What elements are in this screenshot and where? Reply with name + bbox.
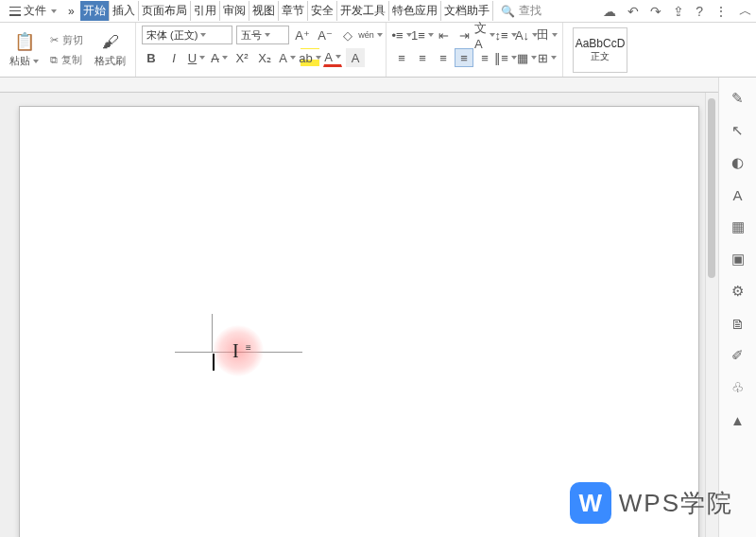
tab-developer[interactable]: 开发工具 — [337, 1, 389, 21]
highlight-button[interactable]: ab — [301, 48, 319, 67]
superscript-button[interactable]: X² — [232, 48, 251, 67]
tab-doc-assistant[interactable]: 文档助手 — [441, 1, 493, 21]
copy-label: 复制 — [61, 53, 82, 67]
number-list-button[interactable]: 1≡ — [413, 26, 432, 44]
align-center-button[interactable]: ≡ — [413, 48, 432, 67]
collapse-ribbon-icon[interactable]: ︿ — [739, 3, 752, 20]
bold-button[interactable]: B — [142, 48, 161, 67]
search-button[interactable]: 🔍 查找 — [501, 3, 541, 19]
font-name-dropdown[interactable]: 宋体 (正文) — [142, 26, 232, 44]
file-menu-label: 文件 — [24, 3, 46, 19]
char-shading-button[interactable]: A — [346, 48, 365, 67]
share-icon[interactable]: ⇪ — [673, 4, 684, 19]
text-a-icon[interactable]: A — [729, 185, 747, 204]
cursor-icon[interactable]: ↖ — [729, 121, 747, 140]
text-effects-button[interactable]: A — [278, 48, 297, 67]
redo-icon[interactable]: ↷ — [650, 4, 662, 19]
styles-group: AaBbCcD 正文 — [563, 23, 637, 77]
paragraph-group: •≡ 1≡ ⇤ ⇥ 文A ↕≡ A↓ 田 ≡ ≡ ≡ ≡ ≡ ‖≡ ▦ ⊞ — [387, 23, 563, 77]
vertical-scrollbar[interactable] — [705, 93, 718, 537]
format-painter-label: 格式刷 — [94, 54, 126, 68]
more-icon[interactable]: ⋮ — [714, 4, 728, 19]
paste-icon: 📋 — [14, 31, 35, 52]
loop-icon[interactable]: ◐ — [729, 153, 747, 172]
cut-button[interactable]: ✂剪切 — [48, 32, 85, 48]
align-right-button[interactable]: ≡ — [434, 48, 453, 67]
paste-button[interactable]: 📋 粘贴 — [6, 29, 43, 70]
image-icon[interactable]: ▲ — [729, 410, 747, 429]
ribbon-tabs: 开始 插入 页面布局 引用 审阅 视图 章节 安全 开发工具 特色应用 文档助手 — [80, 1, 493, 21]
chevron-down-icon — [51, 9, 57, 13]
grid-icon[interactable]: ▦ — [729, 217, 747, 236]
apps-icon[interactable]: ▣ — [729, 250, 747, 268]
ibeam-cursor-icon: I — [232, 340, 239, 362]
subscript-button[interactable]: X₂ — [255, 48, 274, 67]
align-justify-button[interactable]: ≡ — [455, 48, 473, 67]
tab-stops-button[interactable]: ⊞ — [538, 48, 557, 67]
italic-button[interactable]: I — [164, 48, 183, 67]
ribbon: 📋 粘贴 ✂剪切 ⧉复制 🖌 格式刷 宋体 (正文) 五号 A⁺ A⁻ ◇ wé… — [0, 23, 756, 78]
right-sidebar: ✎ ↖ ◐ A ▦ ▣ ⚙ 🗎 ✐ ♧ ▲ — [718, 78, 756, 537]
tab-view[interactable]: 视图 — [249, 1, 279, 21]
horizontal-ruler[interactable] — [0, 78, 718, 93]
tab-page-layout[interactable]: 页面布局 — [139, 1, 191, 21]
decrease-indent-button[interactable]: ⇤ — [434, 26, 453, 44]
tab-start[interactable]: 开始 — [80, 1, 110, 21]
distribute-button[interactable]: ≡ — [475, 48, 494, 67]
sliders-icon[interactable]: ⚙ — [729, 282, 747, 301]
search-icon: 🔍 — [501, 5, 515, 18]
decrease-font-button[interactable]: A⁻ — [316, 26, 335, 44]
copy-button[interactable]: ⧉复制 — [48, 52, 85, 68]
font-color-button[interactable]: A — [323, 48, 342, 67]
format-painter-button[interactable]: 🖌 格式刷 — [91, 30, 129, 70]
cut-icon: ✂ — [50, 34, 59, 46]
style-preview-text: AaBbCcD — [576, 37, 626, 50]
tab-review[interactable]: 审阅 — [220, 1, 249, 21]
paste-label: 粘贴 — [9, 54, 39, 68]
search-label: 查找 — [519, 3, 541, 19]
document-page[interactable] — [19, 106, 699, 537]
tab-insert[interactable]: 插入 — [110, 1, 139, 21]
scroll-thumb[interactable] — [708, 98, 715, 278]
sort-button[interactable]: A↓ — [517, 26, 536, 44]
help-icon[interactable]: ? — [696, 4, 703, 19]
menubar: 文件 » 开始 插入 页面布局 引用 审阅 视图 章节 安全 开发工具 特色应用… — [0, 0, 756, 23]
font-size-dropdown[interactable]: 五号 — [236, 26, 289, 44]
copy-icon: ⧉ — [50, 54, 58, 66]
tab-security[interactable]: 安全 — [308, 1, 337, 21]
increase-font-button[interactable]: A⁺ — [293, 26, 312, 44]
shading-button[interactable]: ▦ — [517, 48, 536, 67]
tree-icon[interactable]: ♧ — [729, 378, 747, 397]
cloud-icon[interactable]: ☁ — [603, 4, 616, 19]
bullet-list-button[interactable]: •≡ — [392, 26, 411, 44]
clipboard-group: 📋 粘贴 ✂剪切 ⧉复制 🖌 格式刷 — [0, 23, 136, 77]
pencil-icon[interactable]: ✎ — [729, 89, 747, 108]
line-space-2-button[interactable]: ‖≡ — [496, 48, 515, 67]
line-spacing-button[interactable]: ↕≡ — [496, 26, 515, 44]
top-right-controls: ☁ ↶ ↷ ⇪ ? ⋮ ︿ — [603, 3, 752, 20]
align-left-button[interactable]: ≡ — [392, 48, 411, 67]
borders-button[interactable]: 田 — [538, 26, 557, 44]
file-menu[interactable]: 文件 — [4, 1, 62, 21]
font-name-value: 宋体 (正文) — [146, 28, 198, 43]
tab-special[interactable]: 特色应用 — [389, 1, 441, 21]
hamburger-icon — [9, 7, 21, 16]
strike-button[interactable]: A̶ — [210, 48, 229, 67]
phonetic-button[interactable]: wén — [361, 26, 380, 44]
clear-format-button[interactable]: ◇ — [338, 26, 357, 44]
cut-label: 剪切 — [62, 33, 83, 47]
watermark-text: WPS学院 — [619, 487, 733, 520]
workspace: I ≡ — [0, 78, 718, 537]
increase-indent-button[interactable]: ⇥ — [455, 26, 473, 44]
tab-chapter[interactable]: 章节 — [279, 1, 308, 21]
edit-icon[interactable]: ✐ — [729, 346, 747, 365]
watermark: W WPS学院 — [570, 482, 733, 524]
text-direction-button[interactable]: 文A — [475, 26, 494, 44]
clipboard-icon[interactable]: 🗎 — [729, 314, 747, 333]
menu-more[interactable]: » — [62, 3, 80, 20]
underline-button[interactable]: U — [187, 48, 206, 67]
undo-icon[interactable]: ↶ — [627, 4, 639, 19]
tab-reference[interactable]: 引用 — [191, 1, 220, 21]
font-size-value: 五号 — [241, 28, 262, 43]
style-normal[interactable]: AaBbCcD 正文 — [573, 27, 627, 73]
